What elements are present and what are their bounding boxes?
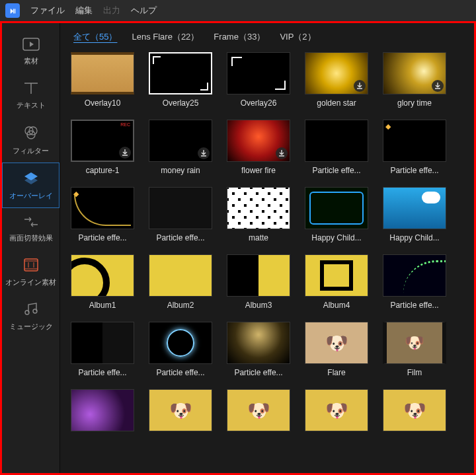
thumb-label: money rain: [149, 166, 212, 175]
thumb-item[interactable]: Overlay25: [149, 52, 212, 108]
thumb-item[interactable]: Particle effe...: [305, 120, 368, 175]
app-icon: ⏯: [5, 3, 20, 18]
sidebar-item-online[interactable]: オンライン素材: [2, 250, 60, 294]
thumb-item[interactable]: [227, 389, 290, 435]
thumb-label: golden star: [305, 98, 368, 108]
thumbnail: [71, 52, 134, 94]
thumbnail-scroll[interactable]: Overlay10Overlay25Overlay26golden stargl…: [60, 52, 474, 473]
thumbnail: [305, 389, 368, 431]
tab-2[interactable]: Frame（33）: [214, 31, 265, 43]
thumbnail: [305, 187, 368, 229]
download-icon[interactable]: [432, 80, 444, 92]
tab-1[interactable]: Lens Flare（22）: [132, 31, 199, 43]
sidebar-item-media[interactable]: 素材: [2, 30, 60, 73]
sidebar: 素材 テキスト フィルター オーバーレイ 画面切替効果: [2, 23, 60, 473]
thumb-label: Particle effe...: [71, 368, 134, 377]
thumb-item[interactable]: [71, 389, 134, 435]
thumbnail: [305, 52, 368, 94]
main-pane: 素材 テキスト フィルター オーバーレイ 画面切替効果: [0, 21, 476, 475]
sidebar-item-transition[interactable]: 画面切替効果: [2, 208, 60, 250]
thumbnail: [305, 120, 368, 162]
thumb-label: Particle effe...: [149, 368, 212, 377]
thumb-label: Overlay26: [227, 98, 290, 108]
thumb-label: Particle effe...: [383, 166, 446, 175]
sidebar-item-label: オンライン素材: [5, 278, 56, 286]
download-icon[interactable]: [198, 147, 210, 159]
thumb-item[interactable]: Particle effe...: [71, 322, 134, 377]
thumb-label: Overlay25: [149, 98, 212, 108]
thumb-item[interactable]: Happy Child...: [383, 187, 446, 242]
thumb-label: Happy Child...: [305, 233, 368, 242]
thumb-item[interactable]: golden star: [305, 52, 368, 108]
thumb-item[interactable]: Album4: [305, 254, 368, 310]
thumb-item[interactable]: Film: [383, 322, 446, 377]
thumbnail: [71, 254, 134, 297]
thumb-label: Particle effe...: [227, 368, 290, 377]
thumbnail: [149, 254, 212, 297]
thumbnail: [227, 52, 290, 94]
thumb-label: Happy Child...: [383, 233, 446, 242]
online-icon: [2, 258, 60, 274]
thumb-item[interactable]: Particle effe...: [227, 322, 290, 377]
thumbnail: [383, 187, 446, 229]
thumb-label: Particle effe...: [383, 301, 446, 310]
thumbnail: [71, 322, 134, 364]
thumb-item[interactable]: capture-1: [71, 120, 134, 175]
menu-file[interactable]: ファイル: [30, 5, 65, 17]
menu-edit[interactable]: 編集: [75, 5, 93, 17]
thumb-label: Album3: [227, 301, 290, 310]
thumb-label: Album2: [149, 301, 212, 310]
sidebar-item-text[interactable]: テキスト: [2, 73, 60, 117]
thumb-item[interactable]: money rain: [149, 120, 212, 175]
thumb-item[interactable]: Overlay10: [71, 52, 134, 108]
thumb-item[interactable]: Album3: [227, 254, 290, 310]
thumb-label: Particle effe...: [305, 166, 368, 175]
thumb-label: glory time: [383, 98, 446, 108]
thumb-item[interactable]: Flare: [305, 322, 368, 377]
thumbnail: [227, 389, 290, 431]
thumb-item[interactable]: Album1: [71, 254, 134, 310]
sidebar-item-overlay[interactable]: オーバーレイ: [2, 163, 60, 208]
thumb-item[interactable]: [305, 389, 368, 435]
thumb-item[interactable]: ◆Particle effe...: [71, 187, 134, 242]
thumb-item[interactable]: Overlay26: [227, 52, 290, 108]
svg-marker-1: [30, 42, 34, 47]
sidebar-item-label: ミュージック: [9, 322, 53, 330]
thumb-label: Album1: [71, 301, 134, 310]
music-icon: [2, 302, 60, 318]
thumb-item[interactable]: Happy Child...: [305, 187, 368, 242]
tab-0[interactable]: 全て（55）: [73, 31, 117, 43]
thumbnail: [305, 322, 368, 364]
download-icon[interactable]: [119, 147, 131, 159]
thumb-label: matte: [227, 233, 290, 242]
filter-icon: [2, 125, 60, 142]
thumb-item[interactable]: Particle effe...: [149, 322, 212, 377]
download-icon[interactable]: [354, 80, 366, 92]
thumbnail: [149, 52, 212, 94]
sidebar-item-filter[interactable]: フィルター: [2, 117, 60, 163]
thumb-item[interactable]: [149, 389, 212, 435]
thumbnail: [383, 254, 446, 297]
thumbnail: [227, 120, 290, 162]
thumbnail: ◆: [383, 120, 446, 162]
thumb-item[interactable]: matte: [227, 187, 290, 242]
thumb-item[interactable]: Particle effe...: [149, 187, 212, 242]
content-area: 全て（55）Lens Flare（22）Frame（33）VIP（2） Over…: [60, 23, 474, 473]
tab-3[interactable]: VIP（2）: [280, 31, 315, 43]
thumb-item[interactable]: flower fire: [227, 120, 290, 175]
sidebar-item-label: フィルター: [13, 147, 49, 155]
menu-help[interactable]: ヘルプ: [131, 5, 157, 17]
thumb-label: Overlay10: [71, 98, 134, 108]
thumb-item[interactable]: Particle effe...: [383, 254, 446, 310]
thumbnail: [383, 322, 446, 364]
thumb-label: Particle effe...: [149, 233, 212, 242]
sidebar-item-label: 画面切替効果: [9, 234, 53, 242]
thumb-item[interactable]: ◆Particle effe...: [383, 120, 446, 175]
thumb-item[interactable]: Album2: [149, 254, 212, 310]
sidebar-item-music[interactable]: ミュージック: [2, 294, 60, 338]
thumb-label: Particle effe...: [71, 233, 134, 242]
download-icon[interactable]: [276, 147, 288, 159]
thumb-item[interactable]: glory time: [383, 52, 446, 108]
thumb-item[interactable]: [383, 389, 446, 435]
thumbnail: [149, 120, 212, 162]
